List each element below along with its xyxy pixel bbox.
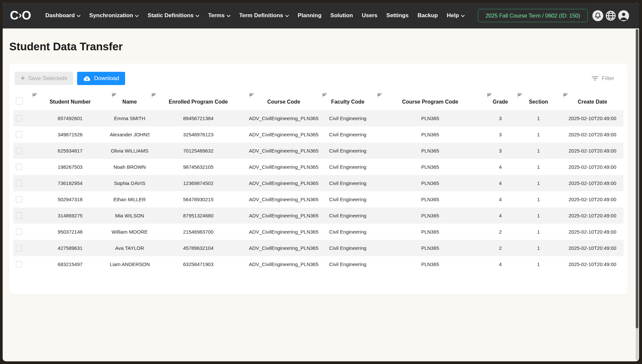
cell-student-number: 198267503 xyxy=(30,159,110,175)
download-button[interactable]: Download xyxy=(77,72,125,85)
nav-item-planning[interactable]: Planning xyxy=(298,12,322,19)
cell-grade: 2 xyxy=(485,224,516,240)
cell-faculty-code: Civil Engineering xyxy=(320,159,375,175)
cell-name: Alexander JOHNSON xyxy=(110,126,150,143)
cell-section: 1 xyxy=(516,191,561,207)
cell-course-code: ADV_CivilEngineering_PLN365 xyxy=(247,110,320,126)
cell-grade: 2 xyxy=(485,240,516,256)
globe-icon[interactable] xyxy=(605,10,616,21)
nav-item-terms[interactable]: Terms xyxy=(208,12,230,19)
column-filter-icon[interactable] xyxy=(563,94,623,97)
select-all-cell xyxy=(13,92,30,110)
top-navbar: C›O Dashboard Synchronization Static Def… xyxy=(3,3,639,28)
column-filter-icon[interactable] xyxy=(152,94,247,97)
table-row: 349871526 Alexander JOHNSON 32548976123 … xyxy=(13,126,623,143)
column-filter-icon[interactable] xyxy=(249,94,320,97)
cell-faculty-code: Civil Engineering xyxy=(320,143,375,159)
cell-grade: 4 xyxy=(485,191,516,207)
column-filter-icon[interactable] xyxy=(322,94,375,97)
nav-item-solution[interactable]: Solution xyxy=(330,12,353,19)
cell-course-program-code: PLN365 xyxy=(375,159,485,175)
active-term-badge[interactable]: 2025 Fall Course Term / 0602 (ID: 150) xyxy=(478,9,588,22)
column-header-section[interactable]: Section xyxy=(516,92,561,110)
cell-create-date: 2025-02-10T20:49:00 xyxy=(561,159,623,175)
cell-course-program-code: PLN365 xyxy=(375,191,485,207)
nav-item-static-definitions[interactable]: Static Definitions xyxy=(148,12,199,19)
column-header-student-number[interactable]: Student Number xyxy=(30,92,110,110)
notification-bell-icon[interactable] xyxy=(592,10,603,21)
nav-item-help[interactable]: Help xyxy=(447,12,465,19)
page-scrollbar-thumb[interactable] xyxy=(636,29,638,328)
cell-grade: 3 xyxy=(485,110,516,126)
row-checkbox[interactable] xyxy=(16,115,22,121)
cell-course-program-code: PLN365 xyxy=(375,126,485,143)
cell-course-code: ADV_CivilEngineering_PLN365 xyxy=(247,175,320,191)
select-all-checkbox[interactable] xyxy=(16,98,23,105)
row-checkbox[interactable] xyxy=(16,212,22,219)
column-header-course-program-code[interactable]: Course Program Code xyxy=(375,92,485,110)
table-header-row: Student Number Name Enrolled Program Cod… xyxy=(13,92,623,110)
cell-student-number: 427589631 xyxy=(30,240,110,256)
chevron-down-icon xyxy=(461,15,465,17)
cell-name: Emma SMITH xyxy=(110,110,150,126)
nav-item-backup[interactable]: Backup xyxy=(418,12,438,19)
column-header-course-code[interactable]: Course Code xyxy=(247,92,320,110)
cell-section: 1 xyxy=(516,126,561,143)
cell-name: Mia WILSON xyxy=(110,207,150,224)
cell-enrolled-program-code: 12369874502 xyxy=(150,175,247,191)
row-select-cell xyxy=(13,143,30,159)
cell-course-program-code: PLN365 xyxy=(375,143,485,159)
column-filter-icon[interactable] xyxy=(32,94,110,97)
column-header-name[interactable]: Name xyxy=(110,92,150,110)
row-checkbox[interactable] xyxy=(16,261,22,267)
page-scrollbar-track[interactable] xyxy=(636,29,638,360)
cell-student-number: 950372148 xyxy=(30,224,110,240)
row-checkbox[interactable] xyxy=(16,196,22,203)
column-header-enrolled-program-code[interactable]: Enrolled Program Code xyxy=(150,92,247,110)
filter-button[interactable]: Filter xyxy=(592,75,614,82)
table-row: 950372148 William MOORE 21546983700 ADV_… xyxy=(13,224,623,240)
row-checkbox[interactable] xyxy=(16,245,22,251)
row-checkbox[interactable] xyxy=(16,131,22,138)
cell-faculty-code: Civil Engineering xyxy=(320,207,375,224)
cloud-download-icon xyxy=(83,75,91,82)
row-checkbox[interactable] xyxy=(16,148,22,154)
row-select-cell xyxy=(13,191,30,207)
cell-student-number: 349871526 xyxy=(30,126,110,143)
column-header-create-date[interactable]: Create Date xyxy=(561,92,623,110)
nav-item-users[interactable]: Users xyxy=(362,12,377,19)
cell-course-program-code: PLN365 xyxy=(375,256,485,272)
column-filter-icon[interactable] xyxy=(377,94,485,97)
table-row: 736182954 Sophia DAVIS 12369874502 ADV_C… xyxy=(13,175,623,191)
cell-course-code: ADV_CivilEngineering_PLN365 xyxy=(247,126,320,143)
column-filter-icon[interactable] xyxy=(487,94,516,97)
cell-section: 1 xyxy=(516,175,561,191)
download-label: Download xyxy=(94,75,119,82)
cell-course-code: ADV_CivilEngineering_PLN365 xyxy=(247,224,320,240)
save-selecteds-label: Save Selecteds xyxy=(28,75,67,82)
row-checkbox[interactable] xyxy=(16,164,22,170)
logo-letter-o: O xyxy=(22,9,31,23)
nav-item-dashboard[interactable]: Dashboard xyxy=(45,12,80,19)
cell-faculty-code: Civil Engineering xyxy=(320,110,375,126)
nav-item-synchronization[interactable]: Synchronization xyxy=(89,12,139,19)
nav-item-term-definitions[interactable]: Term Definitions xyxy=(239,12,289,19)
cell-student-number: 314869275 xyxy=(30,207,110,224)
app-logo[interactable]: C›O xyxy=(10,9,31,23)
column-header-grade[interactable]: Grade xyxy=(485,92,516,110)
cell-student-number: 502947318 xyxy=(30,191,110,207)
column-filter-icon[interactable] xyxy=(112,94,150,97)
row-checkbox[interactable] xyxy=(16,180,22,186)
save-selecteds-button[interactable]: + Save Selecteds xyxy=(15,72,73,85)
cell-grade: 4 xyxy=(485,175,516,191)
column-filter-icon[interactable] xyxy=(518,94,561,97)
row-checkbox[interactable] xyxy=(16,229,22,235)
cell-create-date: 2025-02-10T20:49:00 xyxy=(561,224,623,240)
app-window: C›O Dashboard Synchronization Static Def… xyxy=(3,3,639,361)
nav-item-settings[interactable]: Settings xyxy=(387,12,409,19)
column-header-faculty-code[interactable]: Faculty Code xyxy=(320,92,375,110)
chevron-down-icon xyxy=(227,15,230,17)
cell-section: 1 xyxy=(516,207,561,224)
user-avatar-icon[interactable] xyxy=(618,10,629,21)
cell-create-date: 2025-02-10T20:49:00 xyxy=(561,191,623,207)
